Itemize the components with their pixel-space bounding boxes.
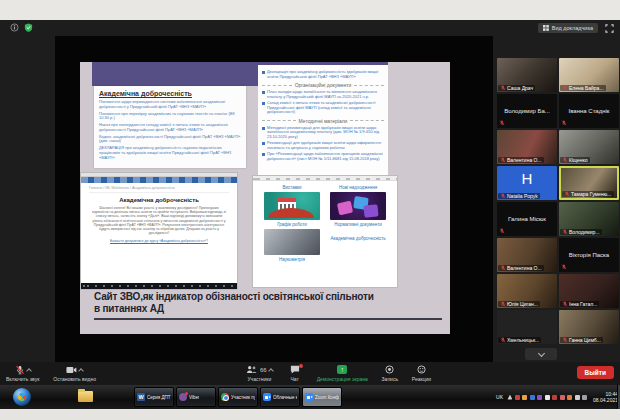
participant-name-label: Кіщенко (560, 157, 590, 163)
explorer-folder-icon[interactable] (78, 391, 93, 402)
view-mode-label: Вид докладчика (552, 25, 593, 31)
slide-title: Сайт ЗВО,як індикатор обізнаності освітя… (94, 291, 374, 315)
participant-tile[interactable]: Іванна Стаднік (559, 94, 619, 128)
card-link-line: Наказ про затвердження складу комісії з … (99, 123, 241, 132)
scientometrics-image (264, 229, 320, 255)
record-button[interactable]: Запись (381, 364, 399, 382)
screenshot-root: Вид докладчика Академічна доброчесність … (0, 0, 620, 420)
document-link: Методичні рекомендації для здобувачів ви… (262, 126, 384, 140)
photo-top-margin (0, 0, 620, 20)
tile-label-exhibitions: Виставки (259, 185, 325, 190)
photo-bottom-margin (0, 409, 620, 420)
meeting-toolbar: Включить звук Остановить видео (0, 362, 620, 385)
taskbar-app-label: Zoom Конферен... (315, 395, 339, 400)
participant-tile[interactable]: Інна Гатал... (559, 274, 619, 308)
tray-icon[interactable] (552, 395, 557, 400)
tile-label-new-arrivals: Нові надходження (325, 185, 391, 190)
participant-tile[interactable]: HNatalia Popyk (497, 166, 557, 200)
video-options-caret[interactable] (78, 368, 84, 374)
encryption-shield-icon[interactable] (24, 23, 33, 32)
participant-tile[interactable]: Володимир Ба... (497, 94, 557, 128)
clock-date: 08.04.2021 (593, 397, 618, 403)
mic-muted-icon (500, 301, 506, 307)
participant-tile[interactable]: Валентина О... (497, 130, 557, 164)
tray-icon[interactable] (582, 395, 587, 400)
exhibitions-image (264, 192, 320, 220)
page-link: Бажаєте долучитися до курсу «Академічна … (81, 239, 237, 243)
website-screenshot-tiles: Виставки Графік роботи Наукометрія Нові … (252, 175, 398, 288)
tile-label-normative-docs: Нормативні документи (325, 222, 391, 227)
participant-tile[interactable]: Саша Драч (497, 58, 557, 92)
participant-tile[interactable]: Володимир... (559, 202, 619, 236)
participant-tile[interactable]: Ганна Цимб... (559, 310, 619, 344)
fullscreen-icon[interactable] (605, 24, 614, 33)
participant-name-label: Юлія Циган... (498, 301, 540, 307)
tray-icon[interactable] (530, 395, 535, 400)
participant-tile[interactable]: Юлія Циган... (497, 274, 557, 308)
leave-meeting-button[interactable]: Выйти (577, 366, 614, 379)
mic-muted-icon (562, 85, 568, 91)
participant-tile[interactable]: Галина Місюк (497, 202, 557, 236)
participant-name-label: Галина Місюк (497, 202, 557, 236)
taskbar-app-button[interactable]: Zoom Конферен... (302, 387, 342, 407)
mic-muted-icon (500, 265, 506, 271)
document-link: Декларація про академічну доброчесність … (262, 70, 384, 79)
chat-notification-badge (299, 364, 303, 368)
tray-icon[interactable] (507, 395, 512, 400)
participant-tile[interactable]: Валентина О... (497, 238, 557, 272)
participant-name-label: Ганна Цимб... (560, 337, 603, 343)
view-mode-button[interactable]: Вид докладчика (538, 23, 598, 33)
participant-name-label: Валентина О... (498, 157, 544, 163)
meeting-topbar: Вид докладчика (0, 20, 620, 36)
tray-icon[interactable] (545, 395, 550, 400)
language-indicator[interactable]: UK (496, 394, 503, 400)
tray-icon[interactable] (515, 395, 520, 400)
share-screen-button[interactable]: ↑ Демонстрация экрана (317, 364, 368, 382)
participant-tile[interactable]: Елена Байра... (559, 58, 619, 92)
taskbar-app-button[interactable]: Viber (176, 387, 216, 407)
tile-label-academic-integrity: Академічна доброчесність (325, 236, 391, 242)
unmute-button[interactable]: Включить звук (6, 364, 39, 382)
tray-icon[interactable] (575, 395, 580, 400)
document-link: План заходів щодо запобігання та виявлен… (262, 90, 384, 99)
tray-icon[interactable] (522, 395, 527, 400)
tray-icon[interactable] (560, 395, 565, 400)
page-paragraph: Шановні колеги! Всі маємо участь у важли… (92, 206, 226, 235)
participant-name-label: Валентина О... (498, 265, 544, 271)
section-heading: Методичні матеріали (262, 118, 384, 124)
breadcrumb: Головна / ІІБ / Бібліотека / Академічна … (89, 186, 229, 193)
taskbar-app-button[interactable]: WСерия ДПТ 2 се... (134, 387, 174, 407)
participant-tile[interactable]: Тамара Гуменю... (559, 166, 619, 200)
participant-name-label: Елена Байра... (560, 85, 606, 91)
participants-icon (246, 365, 257, 374)
card-link-line: Кодекс академічної доброчесності Придуна… (99, 135, 241, 144)
card-link-line: ДЕКЛАРАЦІЯ про академічну доброчесність … (99, 146, 241, 160)
participant-tile[interactable]: Кіщенко (559, 130, 619, 164)
chat-button[interactable]: Чат (286, 364, 304, 382)
taskbar-app-button[interactable]: Участник публи... (218, 387, 258, 407)
start-button[interactable] (13, 388, 31, 406)
tile-label-scientometrics: Наукометрія (259, 257, 325, 262)
participant-tile[interactable]: Вікторія Паска (559, 238, 619, 272)
participant-gallery: Саша ДрачЕлена Байра...Володимир Ба...Ів… (497, 58, 619, 372)
zoom-icon (305, 393, 313, 401)
taskbar-clock[interactable]: 10:44 08.04.2021 (593, 391, 618, 403)
stop-video-button[interactable]: Остановить видео (53, 364, 96, 382)
card-link-line: Положення про перевірку академічних та н… (99, 112, 241, 121)
website-screenshot-library: Головна / ІІБ / Бібліотека / Академічна … (80, 172, 238, 290)
taskbar-app-button[interactable]: Облачные конф... (260, 387, 300, 407)
participants-button[interactable]: 66 Участники (246, 364, 273, 382)
participants-caret[interactable] (268, 368, 274, 374)
tray-icon[interactable] (567, 395, 572, 400)
reactions-button[interactable]: Реакции (412, 364, 431, 382)
card-link-line: Положення щодо впровадження системи забе… (99, 100, 241, 109)
participants-count: 66 (260, 367, 267, 373)
gallery-collapse-button[interactable] (525, 348, 557, 360)
taskbar-app-label: Серия ДПТ 2 се... (147, 395, 171, 400)
tray-icon[interactable] (537, 395, 542, 400)
meeting-info-icon[interactable] (10, 23, 19, 32)
mic-options-caret[interactable] (26, 368, 32, 374)
mic-muted-icon (499, 120, 505, 126)
participant-tile[interactable]: Хмельницьк... (497, 310, 557, 344)
participant-name-label: Хмельницьк... (498, 337, 541, 343)
